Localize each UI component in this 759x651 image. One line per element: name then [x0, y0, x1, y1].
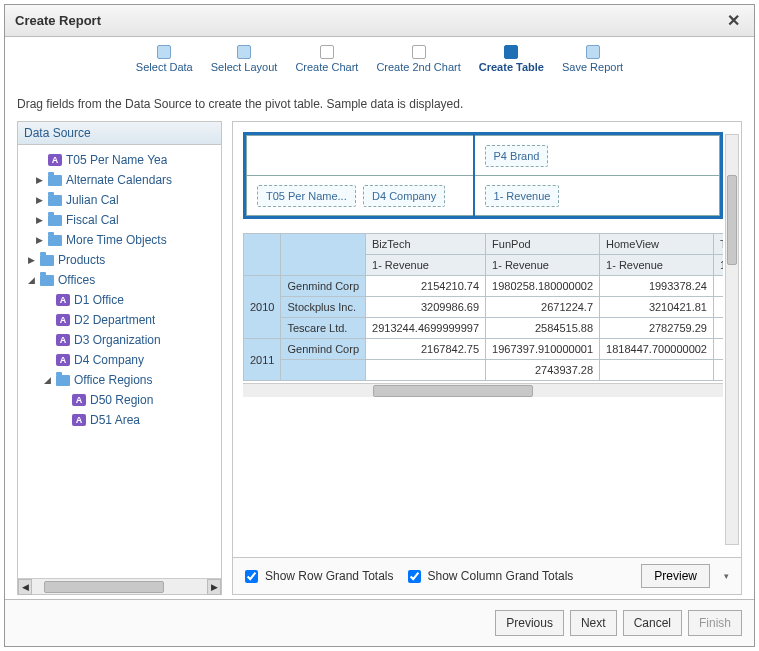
- scroll-thumb[interactable]: [373, 385, 533, 397]
- finish-button[interactable]: Finish: [688, 610, 742, 636]
- cell: 3210421.81: [600, 297, 714, 318]
- tree-folder-products[interactable]: Products: [58, 253, 105, 267]
- content-area: Drag fields from the Data Source to crea…: [5, 75, 754, 599]
- step-create-chart[interactable]: Create Chart: [295, 45, 358, 73]
- col-group: FunPod: [486, 234, 600, 255]
- previous-button[interactable]: Previous: [495, 610, 564, 636]
- pivot-preview-table: BizTech FunPod HomeView Total 1- Revenue…: [243, 233, 723, 381]
- cell: 1980258.180000002: [486, 276, 600, 297]
- cell: 2154210.74: [366, 276, 486, 297]
- tree-folder-alt-cal[interactable]: Alternate Calendars: [66, 173, 172, 187]
- folder-icon: [48, 235, 62, 246]
- pivot-drop-zones[interactable]: P4 Brand T05 Per Name... D4 Company 1- R…: [243, 132, 723, 219]
- cell: 8280: [714, 318, 724, 339]
- dialog-title: Create Report: [15, 13, 101, 28]
- scroll-left-icon[interactable]: ◀: [18, 579, 32, 595]
- cell: [714, 360, 724, 381]
- col-sub: 1- Re: [714, 255, 724, 276]
- tree-attr-d2[interactable]: D2 Department: [74, 313, 155, 327]
- collapse-icon[interactable]: ◢: [28, 275, 36, 285]
- row-totals-input[interactable]: [245, 570, 258, 583]
- drop-badge-row1[interactable]: T05 Per Name...: [257, 185, 356, 207]
- attribute-icon: A: [56, 314, 70, 326]
- attribute-icon: A: [72, 414, 86, 426]
- wizard-steps: Select Data Select Layout Create Chart C…: [5, 37, 754, 75]
- col-sub: 1- Revenue: [366, 255, 486, 276]
- cancel-button[interactable]: Cancel: [623, 610, 682, 636]
- drop-badge-measure[interactable]: 1- Revenue: [485, 185, 560, 207]
- row-company: Stockplus Inc.: [281, 297, 366, 318]
- tree-folder-offices[interactable]: Offices: [58, 273, 95, 287]
- row-grand-totals-checkbox[interactable]: Show Row Grand Totals: [241, 567, 394, 586]
- attribute-icon: A: [56, 334, 70, 346]
- step-create-2nd-chart[interactable]: Create 2nd Chart: [376, 45, 460, 73]
- table-h-scrollbar[interactable]: [243, 383, 723, 397]
- drop-badge-columns[interactable]: P4 Brand: [485, 145, 549, 167]
- pivot-panel: P4 Brand T05 Per Name... D4 Company 1- R…: [232, 121, 742, 595]
- pivot-preview-table-wrap: BizTech FunPod HomeView Total 1- Revenue…: [243, 233, 723, 397]
- preview-button[interactable]: Preview: [641, 564, 710, 588]
- step-create-table[interactable]: Create Table: [479, 45, 544, 73]
- drop-badge-row2[interactable]: D4 Company: [363, 185, 445, 207]
- table-options-bar: Show Row Grand Totals Show Column Grand …: [233, 557, 741, 594]
- preview-dropdown-icon[interactable]: ▾: [720, 571, 733, 581]
- pivot-v-scrollbar[interactable]: [725, 134, 739, 545]
- tree-attr-d3[interactable]: D3 Organization: [74, 333, 161, 347]
- col-group: HomeView: [600, 234, 714, 255]
- data-source-tree[interactable]: AT05 Per Name Yea ▶Alternate Calendars ▶…: [18, 145, 221, 578]
- close-icon[interactable]: ✕: [723, 11, 744, 30]
- cell: 1993378.24: [600, 276, 714, 297]
- cell: 2167842.75: [366, 339, 486, 360]
- title-bar: Create Report ✕: [5, 5, 754, 37]
- tree-attr-d51[interactable]: D51 Area: [90, 413, 140, 427]
- col-sub: 1- Revenue: [486, 255, 600, 276]
- tree-folder-office-regions[interactable]: Office Regions: [74, 373, 153, 387]
- attribute-icon: A: [48, 154, 62, 166]
- tree-folder-more-time[interactable]: More Time Objects: [66, 233, 167, 247]
- step-select-layout[interactable]: Select Layout: [211, 45, 278, 73]
- col-sub: 1- Revenue: [600, 255, 714, 276]
- attribute-icon: A: [56, 294, 70, 306]
- instruction-text: Drag fields from the Data Source to crea…: [17, 97, 742, 111]
- step-save-report[interactable]: Save Report: [562, 45, 623, 73]
- cell: 2743937.28: [486, 360, 600, 381]
- cell: [366, 360, 486, 381]
- cell: [600, 360, 714, 381]
- expand-icon[interactable]: ▶: [28, 255, 36, 265]
- folder-icon: [48, 215, 62, 226]
- step-select-data[interactable]: Select Data: [136, 45, 193, 73]
- folder-icon: [56, 375, 70, 386]
- scroll-right-icon[interactable]: ▶: [207, 579, 221, 595]
- expand-icon[interactable]: ▶: [36, 215, 44, 225]
- scroll-thumb[interactable]: [727, 175, 737, 265]
- data-source-panel: Data Source AT05 Per Name Yea ▶Alternate…: [17, 121, 222, 595]
- tree-folder-fiscal[interactable]: Fiscal Cal: [66, 213, 119, 227]
- folder-icon: [48, 195, 62, 206]
- cell: 1967397.910000001: [486, 339, 600, 360]
- row-company: Genmind Corp: [281, 339, 366, 360]
- expand-icon[interactable]: ▶: [36, 175, 44, 185]
- collapse-icon[interactable]: ◢: [44, 375, 52, 385]
- expand-icon[interactable]: ▶: [36, 195, 44, 205]
- row-company: Genmind Corp: [281, 276, 366, 297]
- folder-icon: [48, 175, 62, 186]
- row-year: 2010: [244, 276, 281, 339]
- pivot-body: P4 Brand T05 Per Name... D4 Company 1- R…: [233, 122, 741, 557]
- create-report-dialog: Create Report ✕ Select Data Select Layou…: [4, 4, 755, 647]
- tree-attr-d50[interactable]: D50 Region: [90, 393, 153, 407]
- data-source-header: Data Source: [18, 122, 221, 145]
- row-company: Tescare Ltd.: [281, 318, 366, 339]
- tree-attr-t05[interactable]: T05 Per Name Yea: [66, 153, 167, 167]
- tree-h-scrollbar[interactable]: ◀ ▶: [18, 578, 221, 594]
- dialog-footer: Previous Next Cancel Finish: [5, 599, 754, 646]
- expand-icon[interactable]: ▶: [36, 235, 44, 245]
- col-totals-input[interactable]: [408, 570, 421, 583]
- tree-attr-d4[interactable]: D4 Company: [74, 353, 144, 367]
- col-grand-totals-checkbox[interactable]: Show Column Grand Totals: [404, 567, 574, 586]
- tree-folder-julian[interactable]: Julian Cal: [66, 193, 119, 207]
- next-button[interactable]: Next: [570, 610, 617, 636]
- tree-attr-d1[interactable]: D1 Office: [74, 293, 124, 307]
- cell: 6127: [714, 276, 724, 297]
- scroll-thumb[interactable]: [44, 581, 164, 593]
- cell: 5953: [714, 339, 724, 360]
